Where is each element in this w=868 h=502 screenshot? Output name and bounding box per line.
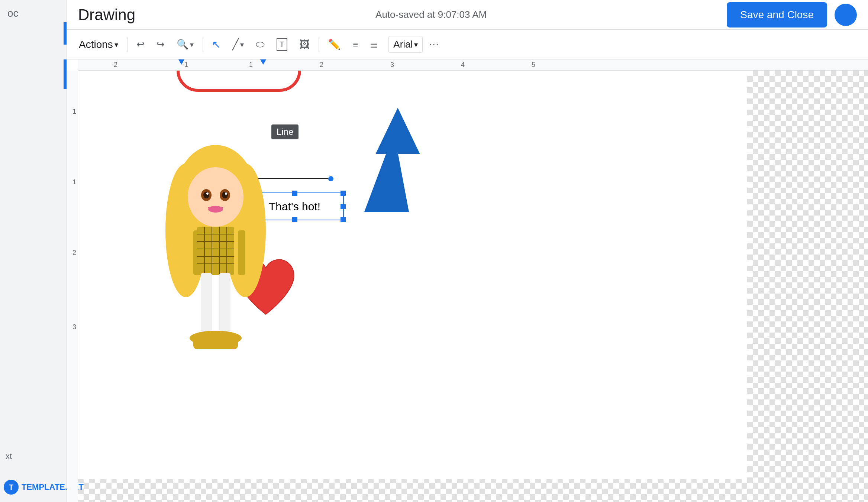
ruler-v-mark: 1 [72, 178, 76, 186]
actions-label: Actions [79, 39, 113, 51]
left-sidebar: oc xt [0, 0, 67, 502]
ruler-v-mark: 1 [72, 108, 76, 116]
svg-rect-26 [193, 334, 238, 349]
sidebar-label: xt [0, 448, 67, 465]
svg-point-6 [203, 192, 209, 198]
line-chevron-icon: ▾ [240, 40, 244, 49]
zoom-button[interactable]: 🔍 ▾ [172, 36, 198, 53]
resize-handle-tr[interactable] [341, 191, 346, 196]
svg-point-9 [225, 192, 227, 195]
actions-menu-button[interactable]: Actions ▾ [74, 36, 123, 54]
ruler-mark: 1 [249, 61, 253, 69]
ruler-mark: -2 [112, 61, 117, 69]
redo-icon: ↪ [157, 39, 165, 50]
line-tool-button[interactable]: ╱ ▾ [228, 35, 248, 54]
sidebar-accent-bar [64, 22, 67, 45]
resize-handle-mr[interactable] [341, 204, 346, 209]
ruler-v-mark: 3 [72, 323, 76, 331]
toolbar-divider-1 [127, 37, 128, 52]
undo-button[interactable]: ↩ [132, 36, 149, 53]
ruler-mark: 4 [461, 61, 465, 69]
line-style-button[interactable]: ≡ [348, 36, 362, 53]
image-icon: 🖼 [299, 38, 310, 51]
shape-icon: ⬭ [256, 38, 265, 51]
autosave-status: Auto-saved at 9:07:03 AM [143, 9, 719, 20]
toolbar-divider-3 [319, 37, 319, 52]
resize-handle-bm[interactable] [292, 217, 297, 222]
sidebar-text: oc [0, 4, 26, 23]
text-box-content: That's hot! [269, 200, 320, 213]
ruler-v-mark: 2 [72, 249, 76, 257]
line-weight-button[interactable]: ⚌ [365, 36, 383, 53]
ruler-vertical: 1 1 2 3 [67, 71, 78, 502]
textbox-icon: T [277, 38, 287, 51]
canvas-area[interactable]: That's hot! ⇕ [78, 71, 868, 502]
toolbar-divider-2 [203, 37, 203, 52]
ruler-marker-left [178, 59, 184, 65]
svg-rect-23 [201, 273, 212, 333]
svg-rect-24 [219, 273, 230, 333]
svg-point-10 [208, 206, 223, 213]
ruler-horizontal: -2 -1 1 2 3 4 5 [78, 59, 868, 71]
svg-point-3 [188, 167, 243, 227]
user-avatar[interactable] [835, 4, 857, 26]
svg-point-8 [206, 192, 209, 195]
header: Drawing Auto-saved at 9:07:03 AM Save an… [67, 0, 868, 30]
pen-tool-button[interactable]: ✏️ [323, 35, 345, 54]
line-icon: ╱ [232, 38, 239, 51]
redo-button[interactable]: ↪ [152, 36, 169, 53]
svg-point-7 [222, 192, 228, 198]
main-container: Drawing Auto-saved at 9:07:03 AM Save an… [67, 0, 868, 502]
undo-icon: ↩ [136, 39, 145, 50]
select-tool-button[interactable]: ↖ [207, 35, 225, 54]
save-close-button[interactable]: Save and Close [727, 2, 827, 27]
ruler-mark: 2 [320, 61, 323, 69]
zoom-chevron-icon: ▾ [190, 40, 194, 49]
resize-handle-tm[interactable] [292, 191, 297, 196]
templatenet-logo-letter: T [9, 483, 13, 492]
line-style-icon: ≡ [353, 39, 358, 50]
ruler-mark: 5 [532, 61, 535, 69]
select-icon: ↖ [212, 38, 220, 51]
textbox-tool-button[interactable]: T [272, 35, 292, 54]
sidebar-accent-bar2 [64, 59, 67, 89]
templatenet-logo: T [4, 480, 19, 495]
font-chevron-icon: ▾ [414, 40, 418, 49]
image-tool-button[interactable]: 🖼 [295, 35, 314, 54]
more-options-button[interactable]: ⋯ [426, 35, 442, 54]
ruler-mark: 3 [390, 61, 394, 69]
zoom-icon: 🔍 [177, 39, 188, 50]
app-title: Drawing [78, 6, 135, 24]
resize-handle-br[interactable] [341, 217, 346, 222]
more-options-icon: ⋯ [429, 39, 439, 50]
doll-image [164, 137, 268, 383]
line-handle-right[interactable] [328, 176, 333, 181]
toolbar: Actions ▾ ↩ ↪ 🔍 ▾ ↖ ╱ ▾ ⬭ [67, 30, 868, 59]
svg-rect-12 [193, 230, 201, 275]
ruler-marker-right [260, 59, 266, 65]
pen-icon: ✏️ [328, 38, 341, 51]
actions-chevron-icon: ▾ [114, 40, 118, 49]
font-label: Arial [393, 39, 413, 50]
font-selector-button[interactable]: Arial ▾ [388, 36, 423, 53]
svg-rect-13 [238, 230, 245, 275]
canvas-wrapper: -2 -1 1 2 3 4 5 1 1 2 3 [67, 59, 868, 502]
line-weight-icon: ⚌ [370, 39, 378, 50]
shape-tool-button[interactable]: ⬭ [251, 35, 269, 54]
